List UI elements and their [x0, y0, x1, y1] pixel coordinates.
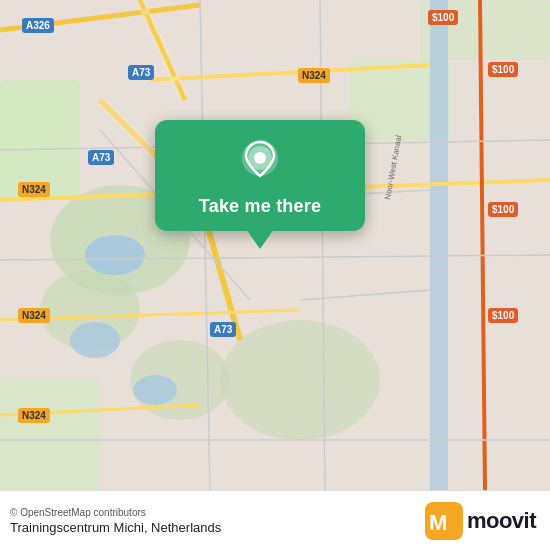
- road-label-n324-1: N324: [298, 68, 330, 83]
- road-label-n324-3: N324: [18, 308, 50, 323]
- location-popup: Take me there: [155, 120, 365, 231]
- road-label-s100-2: $100: [488, 62, 518, 77]
- road-label-s100-1: $100: [428, 10, 458, 25]
- moovit-icon: M: [425, 502, 463, 540]
- road-label-s100-3: $100: [488, 202, 518, 217]
- moovit-text: moovit: [467, 508, 536, 534]
- take-me-there-button[interactable]: Take me there: [199, 196, 321, 217]
- svg-rect-8: [0, 380, 100, 490]
- pin-icon: [236, 138, 284, 186]
- svg-text:M: M: [429, 510, 447, 535]
- bottom-info: © OpenStreetMap contributors Trainingsce…: [10, 507, 221, 535]
- svg-rect-12: [430, 0, 448, 490]
- road-label-n324-4: N324: [18, 408, 50, 423]
- map-view: Noor-West Kanaal A73 A73 A73 A326 N324 N…: [0, 0, 550, 490]
- svg-point-6: [220, 320, 380, 440]
- svg-point-9: [85, 235, 145, 275]
- svg-point-11: [133, 375, 177, 405]
- road-label-a73-3: A73: [210, 322, 236, 337]
- moovit-logo: M moovit: [425, 502, 536, 540]
- svg-point-10: [70, 322, 120, 358]
- location-name: Trainingscentrum Michi, Netherlands: [10, 520, 221, 535]
- copyright-text: © OpenStreetMap contributors: [10, 507, 221, 518]
- road-label-a326: A326: [22, 18, 54, 33]
- road-label-n324-2: N324: [18, 182, 50, 197]
- road-label-a73-1: A73: [128, 65, 154, 80]
- road-label-a73-2: A73: [88, 150, 114, 165]
- bottom-bar: © OpenStreetMap contributors Trainingsce…: [0, 490, 550, 550]
- svg-point-36: [254, 152, 266, 164]
- road-label-s100-4: $100: [488, 308, 518, 323]
